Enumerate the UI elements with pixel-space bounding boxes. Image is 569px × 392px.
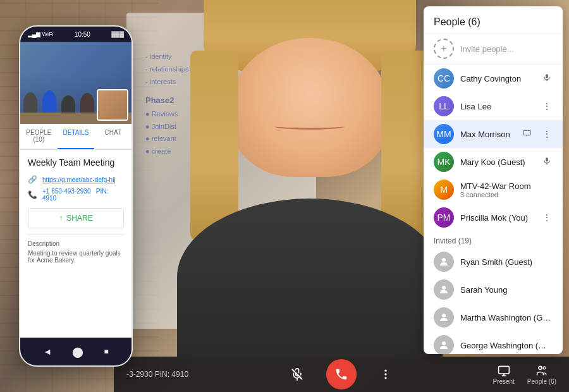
phone-battery: ▓▓▓ [111, 31, 124, 37]
person-name-max: Max Morrison [460, 130, 515, 139]
person-name-cathy: Cathy Covington [460, 74, 535, 83]
phone-icon: 📞 [28, 190, 37, 199]
phone-tab-people[interactable]: PEOPLE (10) [20, 124, 58, 149]
person-name-mtv: MTV-42-War Room [460, 181, 553, 191]
person-row-mtv: M MTV-42-War Room 3 connected [424, 176, 563, 204]
phone-nav-bar: ◄ ⬤ ■ [20, 338, 132, 365]
person-name-martha: Martha Washington (Guest) [460, 313, 553, 322]
people-panel: People (6) + Invite people... CC Cathy C… [424, 6, 563, 354]
svg-rect-10 [546, 74, 548, 78]
avatar-mary: MK [434, 152, 454, 172]
person-name-mary: Mary Koo (Guest) [460, 157, 535, 167]
person-row-martha: Martha Washington (Guest) [424, 303, 563, 331]
people-label: People (6) [527, 378, 556, 385]
video-feed [177, 0, 443, 357]
invite-icon: + [434, 39, 454, 59]
svg-point-4 [384, 377, 386, 379]
person-name-george: George Washington (Guest) [460, 341, 553, 350]
mic-icon-cathy[interactable] [541, 72, 553, 85]
avatar-mtv: M [434, 180, 454, 200]
svg-point-3 [384, 373, 386, 375]
phone-content: Weekly Team Meeting 🔗 https://g.meet/abc… [20, 150, 132, 271]
phone-number-text: +1 650-493-2930 PIN: 4910 [42, 188, 124, 202]
description-text: Meeting to review quarterly goals for Ac… [28, 250, 124, 264]
svg-rect-12 [523, 130, 530, 135]
person-name-sarah: Sarah Young [460, 285, 553, 295]
phone-detail-phone: 📞 +1 650-493-2930 PIN: 4910 [28, 188, 124, 202]
svg-point-16 [442, 258, 446, 262]
nav-back-icon[interactable]: ◄ [43, 346, 52, 357]
person-row-max: MM Max Morrison ⋮ [424, 120, 563, 148]
phone-meeting-title: Weekly Team Meeting [28, 157, 124, 168]
avatar-george [434, 335, 454, 354]
svg-rect-14 [546, 157, 548, 161]
phone-status-icons-left: ▂▄▆ WiFi [28, 31, 53, 37]
phone-video-thumbnail [20, 42, 132, 124]
person-row-sarah: Sarah Young [424, 276, 563, 303]
svg-point-2 [384, 370, 386, 372]
person-row-ryan: Ryan Smith (Guest) [424, 248, 563, 276]
share-button[interactable]: ↑ SHARE [28, 208, 124, 228]
more-icon-priscilla[interactable]: ⋮ [541, 211, 553, 224]
person-row-cathy: CC Cathy Covington [424, 64, 563, 92]
svg-point-19 [442, 341, 446, 345]
svg-point-9 [543, 366, 546, 369]
avatar-lisa: LL [434, 96, 454, 116]
more-icon-lisa[interactable]: ⋮ [541, 100, 553, 113]
person-row-lisa: LL Lisa Lee ⋮ [424, 92, 563, 120]
phone-mockup: ▂▄▆ WiFi 10:50 ▓▓▓ PEOPLE (10) DETAILS [19, 25, 133, 367]
more-icon-max[interactable]: ⋮ [541, 128, 553, 140]
nav-square-icon[interactable]: ■ [104, 347, 109, 356]
avatar-martha [434, 307, 454, 328]
mic-icon-mary[interactable] [541, 156, 553, 169]
phone-tab-details[interactable]: DETAILS [58, 124, 95, 149]
people-button[interactable]: People (6) [527, 364, 556, 385]
svg-point-17 [442, 286, 446, 290]
end-call-button[interactable] [326, 359, 357, 389]
link-icon: 🔗 [28, 175, 37, 184]
toolbar-center-controls [286, 359, 397, 389]
people-panel-header: People (6) [424, 6, 563, 34]
avatar-cathy: CC [434, 68, 454, 89]
phone-tabs: PEOPLE (10) DETAILS CHAT [20, 124, 132, 150]
svg-rect-5 [498, 366, 509, 374]
avatar-sarah [434, 279, 454, 300]
phone-self-view [97, 89, 128, 121]
person-name-ryan: Ryan Smith (Guest) [460, 257, 553, 267]
person-row-priscilla: PM Priscilla Mok (You) ⋮ [424, 204, 563, 231]
svg-point-8 [539, 366, 542, 369]
mute-button[interactable] [286, 363, 309, 386]
nav-home-icon[interactable]: ⬤ [72, 346, 83, 358]
person-row-mary: MK Mary Koo (Guest) [424, 148, 563, 176]
phone-time: 10:50 [75, 31, 90, 38]
people-list: + Invite people... CC Cathy Covington [424, 34, 563, 354]
person-sub-mtv: 3 connected [460, 191, 553, 199]
phone-detail-link: 🔗 https://g.meet/abc-defg-hij [28, 175, 124, 184]
person-name-lisa: Lisa Lee [460, 102, 535, 111]
share-icon: ↑ [59, 214, 63, 223]
toolbar-right-controls: Present People (6) [493, 364, 556, 385]
description-label: Description [28, 240, 124, 247]
more-options-button[interactable] [374, 363, 397, 386]
present-button[interactable]: Present [493, 364, 514, 385]
toolbar-call-info: -3-2930 PIN: 4910 [126, 370, 188, 379]
avatar-ryan [434, 252, 454, 272]
avatar-max: MM [434, 124, 454, 144]
present-icon-max[interactable] [522, 128, 532, 140]
call-info-text: -3-2930 PIN: 4910 [126, 370, 188, 379]
invite-row[interactable]: + Invite people... [424, 34, 563, 64]
phone-tab-chat[interactable]: CHAT [94, 124, 132, 149]
bottom-toolbar: -3-2930 PIN: 4910 [114, 357, 569, 392]
person-row-george: George Washington (Guest) [424, 331, 563, 354]
avatar-priscilla: PM [434, 207, 454, 228]
svg-point-18 [442, 314, 446, 317]
person-name-priscilla: Priscilla Mok (You) [460, 213, 535, 223]
invited-section-header: Invited (19) [424, 231, 563, 248]
present-label: Present [493, 378, 514, 385]
phone-status-bar: ▂▄▆ WiFi 10:50 ▓▓▓ [20, 27, 132, 42]
invite-text: Invite people... [460, 44, 514, 54]
people-panel-title: People (6) [434, 16, 480, 28]
phone-link-text[interactable]: https://g.meet/abc-defg-hij [42, 176, 116, 183]
